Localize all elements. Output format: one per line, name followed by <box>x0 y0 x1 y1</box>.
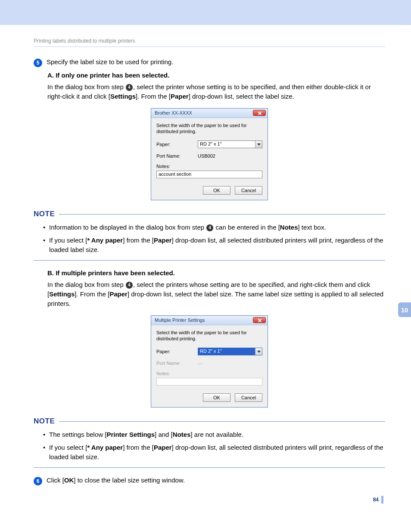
chevron-down-icon[interactable] <box>255 141 262 148</box>
text: ] text box. <box>298 224 326 231</box>
printer-settings-label: Printer Settings <box>106 431 155 438</box>
text: If you select [ <box>49 444 87 451</box>
ok-label: OK <box>64 476 74 484</box>
notes-label: Notes <box>280 224 298 231</box>
any-paper-label: * Any paper <box>87 236 123 244</box>
paper-dropdown[interactable]: RD 2" x 1" <box>198 140 262 148</box>
port-value: --- <box>198 361 262 366</box>
close-icon[interactable] <box>253 317 266 323</box>
text: Click [ <box>47 476 64 484</box>
text: can be entered in the [ <box>214 224 280 231</box>
text: ]. From the [ <box>136 93 171 100</box>
dialog-titlebar: Multiple Printer Settings <box>151 316 268 325</box>
port-value: USB002 <box>198 153 262 159</box>
notes-field-label: Notes: <box>156 371 198 376</box>
page-number: 84 <box>34 496 385 504</box>
port-row: Port Name: --- <box>156 361 262 366</box>
text: The settings below [ <box>49 431 106 438</box>
section-b-heading: B. If multiple printers have been select… <box>47 269 385 277</box>
step-ref-4-icon: 4 <box>206 224 213 231</box>
page-number-value: 84 <box>373 497 379 503</box>
paper-row: Paper: RD 2" x 1" <box>156 140 262 148</box>
text: ] and [ <box>155 431 173 438</box>
notes-label: Notes <box>173 431 191 438</box>
any-paper-label: * Any paper <box>87 444 123 451</box>
paper-label: Paper <box>171 93 189 100</box>
paper-label: Paper <box>154 444 172 451</box>
page-body: Printing labels distributed to multiple … <box>0 25 411 521</box>
text: ] from the [ <box>123 236 154 244</box>
note-2-item-1: The settings below [Printer Settings] an… <box>43 430 385 439</box>
close-icon[interactable] <box>253 110 266 116</box>
ok-button[interactable]: OK <box>203 393 230 402</box>
paper-label: Paper <box>154 236 172 244</box>
dialog-titlebar: Brother XX-XXXX <box>151 109 268 118</box>
text: In the dialog box from step <box>47 83 125 90</box>
cancel-button[interactable]: Cancel <box>235 186 262 195</box>
running-header: Printing labels distributed to multiple … <box>34 38 385 44</box>
text: ] to close the label size setting window… <box>74 476 185 484</box>
settings-label: Settings <box>49 290 75 298</box>
paper-field-label: Paper: <box>156 142 198 147</box>
section-a-para: In the dialog box from step 4, select th… <box>47 82 385 101</box>
text: ] are not available. <box>190 431 243 438</box>
dialog-body: Select the width of the paper to be used… <box>151 325 268 408</box>
dialog-2-wrap: Multiple Printer Settings Select the wid… <box>34 315 385 408</box>
text: ] from the [ <box>123 444 154 451</box>
paper-dropdown-value: RD 2" x 1" <box>198 348 255 355</box>
dialog-buttons: OK Cancel <box>156 186 262 195</box>
note-rule-line <box>59 214 385 215</box>
dialog-title-text: Multiple Printer Settings <box>155 317 205 323</box>
dialog-body: Select the width of the paper to be used… <box>151 118 268 200</box>
note-1-header: NOTE <box>34 210 385 218</box>
note-label: NOTE <box>34 210 55 218</box>
dialog-multiple: Multiple Printer Settings Select the wid… <box>151 315 268 408</box>
text: In the dialog box from step <box>47 281 125 288</box>
note-1-list: Information to be displayed in the dialo… <box>43 223 385 254</box>
paper-dropdown-value: RD 2" x 1" <box>198 141 255 148</box>
paper-dropdown[interactable]: RD 2" x 1" <box>198 348 262 355</box>
step-6: 6 Click [OK] to close the label size set… <box>34 476 385 485</box>
port-field-label: Port Name: <box>156 153 198 159</box>
notes-field-label: Notes: <box>156 164 262 169</box>
ok-button[interactable]: OK <box>203 186 230 195</box>
note-1-item-2: If you select [* Any paper] from the [Pa… <box>43 236 385 255</box>
dialog-1-wrap: Brother XX-XXXX Select the width of the … <box>34 108 385 201</box>
note-rule-line <box>59 421 385 422</box>
header-band <box>0 0 411 25</box>
note-2-item-2: If you select [* Any paper] from the [Pa… <box>43 443 385 462</box>
dialog-title-text: Brother XX-XXXX <box>155 110 192 115</box>
text: ] drop-down list, select the label size. <box>189 93 294 100</box>
step-ref-4-icon: 4 <box>126 84 133 91</box>
section-a-heading: A. If only one printer has been selected… <box>47 72 385 79</box>
paper-label: Paper <box>109 290 128 298</box>
port-field-label: Port Name: <box>156 361 198 366</box>
step-6-text: Click [OK] to close the label size setti… <box>47 476 385 484</box>
note-2-list: The settings below [Printer Settings] an… <box>43 430 385 461</box>
paper-row: Paper: RD 2" x 1" <box>156 348 262 355</box>
notes-input-disabled <box>156 378 262 386</box>
section-b-para: In the dialog box from step 4, select th… <box>47 280 385 308</box>
page-number-bar <box>381 496 383 504</box>
cancel-button[interactable]: Cancel <box>235 393 262 402</box>
note-1-item-1: Information to be displayed in the dialo… <box>43 223 385 232</box>
chevron-down-icon[interactable] <box>255 348 262 355</box>
notes-input[interactable]: account section <box>156 171 262 178</box>
dialog-brother: Brother XX-XXXX Select the width of the … <box>151 108 268 201</box>
dialog-instruction: Select the width of the paper to be used… <box>156 122 262 135</box>
step-5-text: Specify the label size to be used for pr… <box>47 58 385 65</box>
dialog-instruction: Select the width of the paper to be used… <box>156 330 262 342</box>
settings-label: Settings <box>110 93 136 100</box>
text: ]. From the [ <box>75 290 109 298</box>
note-label: NOTE <box>34 417 55 426</box>
note-2-header: NOTE <box>34 417 385 426</box>
chapter-tab: 10 <box>398 302 411 317</box>
text: Information to be displayed in the dialo… <box>49 224 206 231</box>
text: If you select [ <box>49 236 87 244</box>
step-5: 5 Specify the label size to be used for … <box>34 58 385 67</box>
header-rule <box>34 47 385 47</box>
paper-field-label: Paper: <box>156 349 198 354</box>
step-6-badge: 6 <box>34 477 42 485</box>
port-row: Port Name: USB002 <box>156 153 262 159</box>
step-ref-4-icon: 4 <box>126 282 133 289</box>
